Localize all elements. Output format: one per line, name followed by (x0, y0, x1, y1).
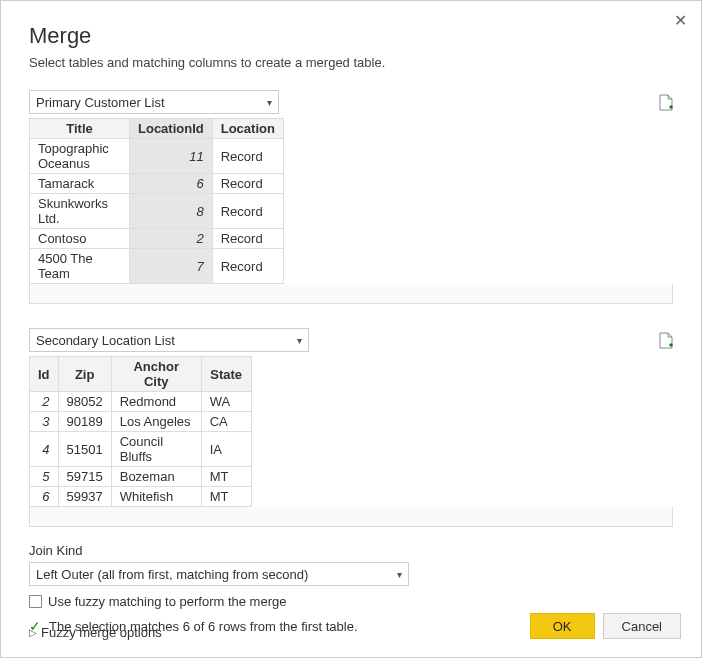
cell: Bozeman (111, 467, 201, 487)
second-table-options-icon[interactable] (659, 332, 673, 349)
cell: 4 (30, 432, 59, 467)
cell: 59715 (58, 467, 111, 487)
cell: Record (212, 194, 283, 229)
cell: Los Angeles (111, 412, 201, 432)
cell: 6 (30, 487, 59, 507)
second-table-preview: Id Zip Anchor City State 298052RedmondWA… (29, 356, 252, 507)
cell: Record (212, 174, 283, 194)
table-row: Contoso2Record (30, 229, 284, 249)
col-header[interactable]: Title (30, 119, 130, 139)
table-row: 298052RedmondWA (30, 392, 252, 412)
chevron-down-icon: ▾ (297, 335, 302, 346)
join-kind-label: Join Kind (29, 543, 673, 558)
first-table-select-value: Primary Customer List (36, 95, 165, 110)
cell: Topographic Oceanus (30, 139, 130, 174)
table-row: Skunkworks Ltd.8Record (30, 194, 284, 229)
col-header-selected[interactable]: LocationId (130, 119, 213, 139)
cell: 5 (30, 467, 59, 487)
cell: Skunkworks Ltd. (30, 194, 130, 229)
ok-button[interactable]: OK (530, 613, 595, 639)
cell: Tamarack (30, 174, 130, 194)
cell: 2 (30, 392, 59, 412)
cell: 4500 The Team (30, 249, 130, 284)
first-table-footer (29, 284, 673, 304)
cell: 11 (130, 139, 213, 174)
fuzzy-checkbox-label: Use fuzzy matching to perform the merge (48, 594, 286, 609)
cell: 98052 (58, 392, 111, 412)
table-row: 659937WhitefishMT (30, 487, 252, 507)
cell: Record (212, 249, 283, 284)
cell: IA (201, 432, 251, 467)
cell: Record (212, 229, 283, 249)
close-button[interactable]: ✕ (674, 11, 687, 30)
first-table-options-icon[interactable] (659, 94, 673, 111)
cell: CA (201, 412, 251, 432)
match-status: The selection matches 6 of 6 rows from t… (49, 619, 358, 634)
table-row: 559715BozemanMT (30, 467, 252, 487)
check-icon: ✓ (29, 618, 41, 634)
fuzzy-checkbox[interactable] (29, 595, 42, 608)
cell: Whitefish (111, 487, 201, 507)
chevron-down-icon: ▾ (267, 97, 272, 108)
cell: 59937 (58, 487, 111, 507)
cell: 6 (130, 174, 213, 194)
col-header[interactable]: Anchor City (111, 357, 201, 392)
col-header[interactable]: Zip (58, 357, 111, 392)
table-row: Topographic Oceanus11Record (30, 139, 284, 174)
col-header[interactable]: Location (212, 119, 283, 139)
first-table-select[interactable]: Primary Customer List ▾ (29, 90, 279, 114)
cell: Contoso (30, 229, 130, 249)
table-row: 390189Los AngelesCA (30, 412, 252, 432)
table-row: Tamarack6Record (30, 174, 284, 194)
table-row: 4500 The Team7Record (30, 249, 284, 284)
col-header[interactable]: Id (30, 357, 59, 392)
cell: 3 (30, 412, 59, 432)
cell: MT (201, 487, 251, 507)
second-table-footer (29, 507, 673, 527)
cell: 8 (130, 194, 213, 229)
cell: Record (212, 139, 283, 174)
second-table-select[interactable]: Secondary Location List ▾ (29, 328, 309, 352)
join-kind-value: Left Outer (all from first, matching fro… (36, 567, 308, 582)
dialog-title: Merge (29, 23, 673, 49)
col-header[interactable]: State (201, 357, 251, 392)
cancel-button[interactable]: Cancel (603, 613, 681, 639)
cell: MT (201, 467, 251, 487)
cell: 90189 (58, 412, 111, 432)
cell: 2 (130, 229, 213, 249)
cell: 51501 (58, 432, 111, 467)
cell: Council Bluffs (111, 432, 201, 467)
chevron-down-icon: ▾ (397, 569, 402, 580)
join-kind-select[interactable]: Left Outer (all from first, matching fro… (29, 562, 409, 586)
cell: Redmond (111, 392, 201, 412)
cell: WA (201, 392, 251, 412)
second-table-select-value: Secondary Location List (36, 333, 175, 348)
dialog-subtitle: Select tables and matching columns to cr… (29, 55, 673, 70)
first-table-preview: Title LocationId Location Topographic Oc… (29, 118, 284, 284)
cell: 7 (130, 249, 213, 284)
table-row: 451501Council BluffsIA (30, 432, 252, 467)
